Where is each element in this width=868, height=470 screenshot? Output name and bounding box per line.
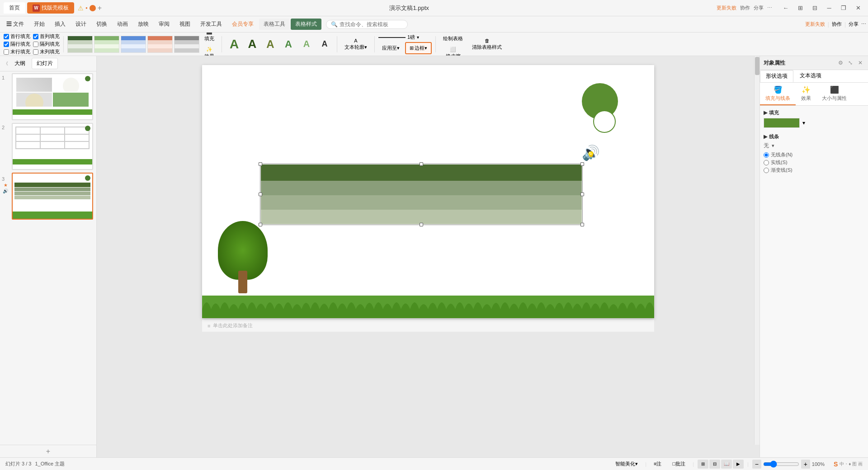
panel-subtab-size[interactable]: ⬛ 大小与属性 [816, 83, 852, 105]
text-A-3[interactable]: A [262, 36, 279, 53]
menu-developer[interactable]: 开发工具 [196, 19, 226, 30]
slideshow-btn[interactable]: ▶ [733, 460, 744, 469]
no-col-checkbox[interactable] [33, 49, 38, 55]
menu-slideshow[interactable]: 放映 [133, 19, 153, 30]
table-cell[interactable] [453, 210, 518, 224]
clear-style-btn[interactable]: 🗑 清除表格样式 [468, 36, 505, 52]
note-bar[interactable]: ≡ 单击此处添加备注 [202, 319, 654, 332]
apply-to-btn[interactable]: 应用至▾ [378, 43, 403, 53]
radio-solid-line-input[interactable] [764, 160, 769, 165]
menu-insert[interactable]: 插入 [50, 19, 70, 30]
table-cell[interactable] [389, 181, 453, 195]
table-cell[interactable] [518, 164, 582, 181]
menu-review[interactable]: 审阅 [154, 19, 174, 30]
menu-view[interactable]: 视图 [175, 19, 195, 30]
panel-tab-text[interactable]: 文本选项 [794, 70, 827, 82]
radio-gradient-line-input[interactable] [764, 168, 769, 173]
draw-table-btn[interactable]: ✏ 绘制表格 [439, 33, 467, 44]
fill-arrow[interactable]: ▶ [764, 110, 767, 116]
slide-table[interactable] [261, 164, 582, 224]
table-cell[interactable] [453, 164, 518, 181]
zoom-slider[interactable] [763, 461, 799, 468]
text-A-6[interactable]: A [316, 36, 333, 53]
fill-btn[interactable]: ⬛ 填充 [201, 33, 218, 44]
menu-table-style[interactable]: 表格样式 [291, 19, 321, 30]
line-dropdown[interactable]: ▾ [772, 143, 774, 149]
table-cell[interactable] [518, 195, 582, 210]
menu-home[interactable]: 开始 [29, 19, 49, 30]
panel-subtab-fill[interactable]: 🪣 填充与线条 [760, 83, 796, 105]
table-cell[interactable] [518, 210, 582, 224]
restore-btn[interactable]: ❐ [837, 2, 850, 14]
smart-beautify-btn[interactable]: 智能美化▾ [612, 459, 642, 469]
text-fill-btn[interactable]: A 文本填充▾ [341, 33, 371, 35]
table-cell[interactable] [261, 210, 325, 224]
no-row-checkbox[interactable] [4, 49, 9, 55]
vertical-scrollbar[interactable] [754, 56, 760, 445]
text-A-4[interactable]: A [280, 36, 297, 53]
border-btn[interactable]: ⊞ 边框▾ [405, 42, 432, 54]
border-size-dropdown[interactable]: ▾ [417, 35, 419, 40]
zoom-in-btn[interactable]: + [801, 460, 810, 469]
slide-canvas[interactable]: 🔊 [202, 65, 654, 318]
close-btn[interactable]: ✕ [852, 2, 864, 14]
first-row-checkbox[interactable] [4, 34, 9, 39]
sidebar-tab-slides[interactable]: 幻灯片 [32, 58, 58, 69]
alt-row-checkbox[interactable] [4, 42, 9, 47]
arrange-btn[interactable]: ⊟ [808, 2, 821, 14]
notes-btn[interactable]: ≡注 [650, 459, 665, 469]
table-cell[interactable] [453, 195, 518, 210]
table-cell[interactable] [325, 164, 389, 181]
search-box[interactable]: 🔍 [326, 20, 408, 29]
menu-member[interactable]: 会员专享 [227, 19, 258, 30]
slide-thumb-3[interactable] [12, 173, 93, 220]
normal-view-btn[interactable]: ⊞ [698, 460, 708, 469]
text-outline-btn[interactable]: A 文本轮廓▾ [341, 36, 371, 52]
sidebar-tab-outline[interactable]: 大纲 [10, 58, 30, 69]
text-A-1[interactable]: A [226, 36, 243, 53]
table-cell[interactable] [325, 181, 389, 195]
table-style-3[interactable] [121, 36, 146, 53]
fill-color-box[interactable] [764, 118, 800, 128]
share-btn[interactable]: 分享 [754, 5, 764, 11]
reading-view-btn[interactable]: 📖 [721, 460, 732, 469]
fill-color-dropdown[interactable]: ▾ [802, 120, 805, 126]
menu-design[interactable]: 设计 [71, 19, 91, 30]
menu-animation[interactable]: 动画 [113, 19, 132, 30]
cooperate-menu-btn[interactable]: 协作 [832, 21, 842, 28]
table-cell[interactable] [389, 195, 453, 210]
more-menu-btn[interactable]: ⋯ [861, 21, 866, 27]
text-A-5[interactable]: A [298, 36, 315, 53]
add-slide-btn[interactable]: + [0, 445, 96, 457]
cooperate-btn[interactable]: 协作 [740, 5, 750, 11]
table-cell[interactable] [325, 210, 389, 224]
table-style-5[interactable] [174, 36, 199, 53]
table-cell[interactable] [453, 181, 518, 195]
table-cell[interactable] [261, 164, 325, 181]
search-input[interactable] [340, 21, 403, 28]
sidebar-collapse-btn[interactable]: 《 [4, 61, 8, 67]
panel-settings-icon[interactable]: ⚙ [836, 59, 844, 67]
new-tab-btn[interactable]: + [98, 4, 102, 12]
table-cell[interactable] [389, 164, 453, 181]
slide-thumb-1[interactable] [12, 73, 93, 120]
line-arrow[interactable]: ▶ [764, 134, 767, 140]
panel-tab-shape[interactable]: 形状选项 [760, 70, 793, 82]
zoom-out-btn[interactable]: − [752, 460, 761, 469]
slide-item-1[interactable]: 1 [2, 73, 94, 120]
slide-sorter-btn[interactable]: ⊟ [709, 460, 720, 469]
share-menu-btn[interactable]: 分享 [849, 21, 859, 28]
table-style-4[interactable] [147, 36, 173, 53]
table-cell[interactable] [325, 195, 389, 210]
panel-subtab-effect[interactable]: ✨ 效果 [796, 83, 816, 105]
tab-home[interactable]: 首页 [4, 2, 25, 14]
first-col-checkbox[interactable] [33, 34, 38, 39]
menu-table-tool[interactable]: 表格工具 [259, 19, 290, 30]
slide-item-2[interactable]: 2 [2, 123, 94, 170]
slide-thumb-2[interactable] [12, 123, 93, 170]
minimize-btn[interactable]: ─ [823, 2, 835, 14]
table-cell[interactable] [261, 181, 325, 195]
table-cell[interactable] [389, 210, 453, 224]
text-A-2[interactable]: A [244, 36, 261, 53]
layout-btn[interactable]: ⊞ [794, 2, 807, 14]
